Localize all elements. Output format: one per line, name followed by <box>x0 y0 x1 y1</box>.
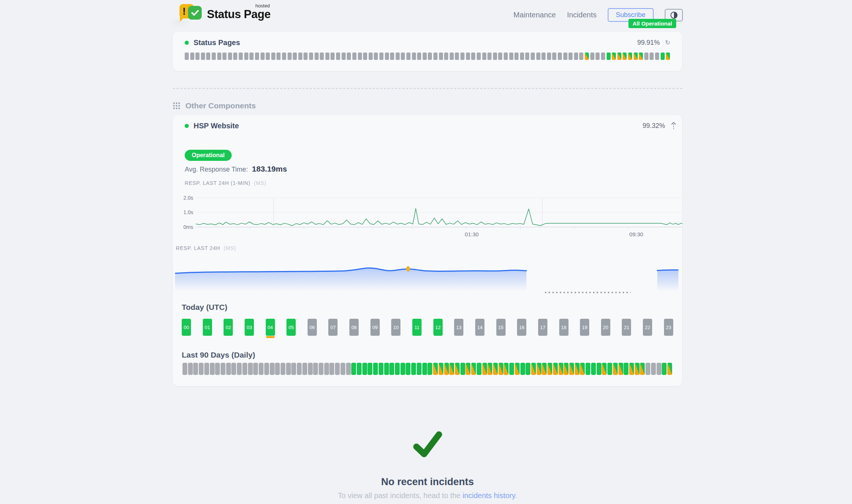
day-bar[interactable] <box>482 363 487 375</box>
response-time-area-chart[interactable] <box>175 263 680 295</box>
uptime-bar[interactable] <box>579 53 583 60</box>
uptime-bar[interactable] <box>590 53 594 60</box>
day-bar[interactable] <box>487 363 492 375</box>
hour-cell[interactable]: 08 <box>349 319 359 336</box>
uptime-bar[interactable] <box>412 53 416 60</box>
day-bar[interactable] <box>335 363 340 375</box>
day-bar[interactable] <box>275 363 280 375</box>
hour-cell[interactable]: 11 <box>412 319 422 336</box>
uptime-bar[interactable] <box>601 53 605 60</box>
day-bar[interactable] <box>231 363 236 375</box>
day-bar[interactable] <box>259 363 264 375</box>
uptime-bar[interactable] <box>320 53 324 60</box>
day-bar[interactable] <box>221 363 225 375</box>
day-bar[interactable] <box>368 363 372 375</box>
hour-cell[interactable]: 13 <box>454 319 463 336</box>
uptime-bar[interactable] <box>255 53 259 60</box>
hour-cell[interactable]: 04 <box>266 319 275 336</box>
day-bar[interactable] <box>384 363 389 375</box>
day-bar[interactable] <box>253 363 258 375</box>
uptime-bar[interactable] <box>520 53 524 60</box>
day-bar[interactable] <box>618 363 623 375</box>
hour-cell[interactable]: 07 <box>328 319 338 336</box>
day-bar[interactable] <box>319 363 323 375</box>
uptime-bar[interactable] <box>482 53 486 60</box>
day-bar[interactable] <box>395 363 400 375</box>
uptime-bar[interactable] <box>385 53 389 60</box>
hour-cell[interactable]: 21 <box>622 319 631 336</box>
brand-logo[interactable]: ! hosted Status Page <box>180 3 271 22</box>
uptime-bar[interactable] <box>568 53 573 60</box>
hour-cell[interactable]: 09 <box>370 319 380 336</box>
uptime-bar[interactable] <box>369 53 373 60</box>
uptime-bar[interactable] <box>439 53 443 60</box>
uptime-bar[interactable] <box>504 53 508 60</box>
day-bar[interactable] <box>400 363 405 375</box>
uptime-bar[interactable] <box>233 53 237 60</box>
uptime-bar[interactable] <box>249 53 254 60</box>
day-bar[interactable] <box>559 363 563 375</box>
day-bar[interactable] <box>351 363 356 375</box>
uptime-bar[interactable] <box>460 53 464 60</box>
uptime-bar[interactable] <box>217 53 221 60</box>
uptime-bar[interactable] <box>466 53 470 60</box>
day-bar[interactable] <box>215 363 220 375</box>
uptime-bar[interactable] <box>288 53 292 60</box>
day-bar[interactable] <box>651 363 656 375</box>
day-bar[interactable] <box>493 363 498 375</box>
uptime-bar[interactable] <box>509 53 513 60</box>
uptime-bar[interactable] <box>363 53 367 60</box>
uptime-bar[interactable] <box>417 53 421 60</box>
hour-cell[interactable]: 19 <box>580 319 589 336</box>
uptime-bar[interactable] <box>450 53 454 60</box>
uptime-bar[interactable] <box>596 53 600 60</box>
day-bar[interactable] <box>242 363 247 375</box>
day-bar[interactable] <box>657 363 661 375</box>
uptime-bar[interactable] <box>428 53 432 60</box>
nav-incidents[interactable]: Incidents <box>567 11 597 19</box>
uptime-bar[interactable] <box>396 53 400 60</box>
uptime-bar[interactable] <box>358 53 362 60</box>
day-bar[interactable] <box>324 363 329 375</box>
component-row-hsp-website[interactable]: HSP Website 99.32% <box>173 120 682 131</box>
day-bar[interactable] <box>389 363 394 375</box>
day-bar[interactable] <box>226 363 231 375</box>
day-bar[interactable] <box>509 363 514 375</box>
day-bar[interactable] <box>204 363 209 375</box>
day-bar[interactable] <box>477 363 482 375</box>
uptime-bar[interactable] <box>298 53 302 60</box>
uptime-bar[interactable] <box>498 53 502 60</box>
uptime-bar[interactable] <box>309 53 313 60</box>
uptime-bar[interactable] <box>271 53 275 60</box>
day-bar[interactable] <box>515 363 520 375</box>
hour-cell[interactable]: 22 <box>643 319 652 336</box>
uptime-bar[interactable] <box>477 53 481 60</box>
uptime-bar[interactable] <box>379 53 383 60</box>
day-bar[interactable] <box>329 363 334 375</box>
day-bar[interactable] <box>302 363 307 375</box>
uptime-bar[interactable] <box>185 53 189 60</box>
uptime-bar[interactable] <box>390 53 394 60</box>
hour-cell[interactable]: 03 <box>245 319 254 336</box>
nav-maintenance[interactable]: Maintenance <box>513 11 556 19</box>
uptime-bar[interactable] <box>558 53 562 60</box>
incidents-history-link[interactable]: incidents history <box>463 491 515 500</box>
hour-cell[interactable]: 16 <box>517 319 526 336</box>
uptime-bar[interactable] <box>547 53 551 60</box>
day-bar[interactable] <box>406 363 410 375</box>
day-bar[interactable] <box>466 363 470 375</box>
uptime-bar[interactable] <box>487 53 492 60</box>
uptime-bar[interactable] <box>666 53 670 60</box>
hour-cell[interactable]: 05 <box>286 319 296 336</box>
uptime-bar[interactable] <box>325 53 329 60</box>
day-bar[interactable] <box>575 363 580 375</box>
day-bar[interactable] <box>597 363 601 375</box>
uptime-bar[interactable] <box>574 53 578 60</box>
uptime-bar[interactable] <box>493 53 497 60</box>
uptime-bar[interactable] <box>623 53 627 60</box>
uptime-bar[interactable] <box>331 53 335 60</box>
day-bar[interactable] <box>624 363 628 375</box>
day-bar[interactable] <box>427 363 432 375</box>
uptime-bar[interactable] <box>190 53 194 60</box>
uptime-bar[interactable] <box>401 53 405 60</box>
